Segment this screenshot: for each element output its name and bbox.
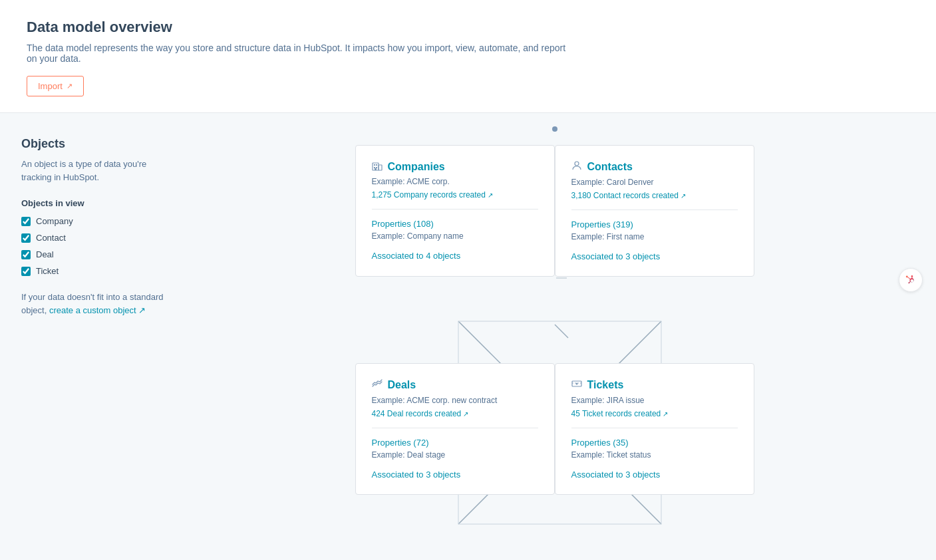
companies-properties-link[interactable]: Properties (108) <box>372 219 538 229</box>
svg-point-19 <box>575 383 577 385</box>
checkbox-company[interactable]: Company <box>21 216 165 226</box>
custom-object-ext-icon: ↗ <box>138 305 146 315</box>
building-icon <box>372 160 383 173</box>
checkbox-contact[interactable]: Contact <box>21 233 165 243</box>
companies-card: Companies Example: ACME corp. 1,275 Comp… <box>355 145 555 277</box>
companies-associated-link[interactable]: Associated to 4 objects <box>372 251 461 261</box>
tickets-example: Example: JIRA issue <box>571 396 738 405</box>
objects-in-view-label: Objects in view <box>21 198 165 208</box>
contact-label: Contact <box>36 233 66 243</box>
contacts-associated-link[interactable]: Associated to 3 objects <box>571 251 661 261</box>
svg-rect-13 <box>376 164 377 166</box>
external-link-icon: ↗ <box>67 82 73 90</box>
companies-header: Companies <box>372 160 538 173</box>
tickets-divider <box>571 428 738 428</box>
svg-rect-11 <box>379 165 382 170</box>
svg-rect-15 <box>376 167 377 168</box>
tickets-properties-link[interactable]: Properties (35) <box>571 438 738 448</box>
ticket-icon <box>571 378 582 392</box>
deals-divider <box>372 428 538 428</box>
grid-wrapper: Companies Example: ACME corp. 1,275 Comp… <box>355 145 754 495</box>
contact-checkbox[interactable] <box>21 233 31 243</box>
deals-card: Deals Example: ACME corp. new contract 4… <box>355 363 555 495</box>
handshake-icon <box>372 378 383 392</box>
import-button[interactable]: Import ↗ <box>27 76 84 96</box>
companies-example: Example: ACME corp. <box>372 177 538 186</box>
contacts-example: Example: Carol Denver <box>571 178 738 187</box>
tickets-title[interactable]: Tickets <box>587 379 624 391</box>
deals-header: Deals <box>372 378 538 392</box>
deals-records-ext-icon: ↗ <box>463 410 468 418</box>
companies-records-link[interactable]: 1,275 Company records created ↗ <box>372 190 493 200</box>
deal-label: Deal <box>36 249 54 259</box>
main-area: Objects An object is a type of data you'… <box>0 113 936 560</box>
tickets-properties-example: Example: Ticket status <box>571 450 738 460</box>
hubspot-logo <box>899 268 923 292</box>
deals-properties-example: Example: Deal stage <box>372 450 538 460</box>
svg-rect-12 <box>374 164 375 166</box>
companies-records-ext-icon: ↗ <box>488 192 493 199</box>
top-section: Data model overview The data model repre… <box>0 0 936 113</box>
deals-example: Example: ACME corp. new contract <box>372 396 538 405</box>
gap-left <box>355 277 542 363</box>
page-description: The data model represents the way you st… <box>27 43 572 64</box>
contacts-divider <box>571 210 738 210</box>
deals-title[interactable]: Deals <box>388 379 416 391</box>
company-checkbox[interactable] <box>21 217 31 226</box>
sidebar-title: Objects <box>21 137 165 151</box>
create-custom-object-link[interactable]: create a custom object ↗ <box>49 305 146 315</box>
cards-grid: Companies Example: ACME corp. 1,275 Comp… <box>355 145 754 495</box>
checkbox-ticket[interactable]: Ticket <box>21 266 165 276</box>
deal-checkbox[interactable] <box>21 250 31 259</box>
contacts-header: Contacts <box>571 160 738 174</box>
svg-rect-16 <box>375 168 377 170</box>
top-dot <box>552 126 557 132</box>
svg-rect-14 <box>374 167 375 168</box>
ticket-checkbox[interactable] <box>21 267 31 276</box>
tickets-records-link[interactable]: 45 Ticket records created ↗ <box>571 409 669 418</box>
deals-properties-link[interactable]: Properties (72) <box>372 438 538 448</box>
sidebar-description: An object is a type of data you're track… <box>21 158 165 184</box>
companies-divider <box>372 209 538 210</box>
contacts-properties-link[interactable]: Properties (319) <box>571 219 738 229</box>
custom-object-note: If your data doesn't fit into a standard… <box>21 291 165 317</box>
contacts-title[interactable]: Contacts <box>587 161 633 173</box>
person-icon <box>571 160 582 174</box>
svg-point-17 <box>575 162 579 166</box>
diagram-area: Companies Example: ACME corp. 1,275 Comp… <box>186 113 936 560</box>
companies-title[interactable]: Companies <box>388 161 445 173</box>
contacts-records-ext-icon: ↗ <box>681 192 686 200</box>
tickets-associated-link[interactable]: Associated to 3 objects <box>571 470 661 480</box>
checkbox-deal[interactable]: Deal <box>21 249 165 259</box>
contacts-records-link[interactable]: 3,180 Contact records created ↗ <box>571 191 686 200</box>
tickets-records-ext-icon: ↗ <box>663 410 668 418</box>
contacts-card: Contacts Example: Carol Denver 3,180 Con… <box>555 145 754 277</box>
deals-records-link[interactable]: 424 Deal records created ↗ <box>372 409 469 418</box>
tickets-card: Tickets Example: JIRA issue 45 Ticket re… <box>555 363 754 495</box>
contacts-properties-example: Example: First name <box>571 232 738 241</box>
ticket-label: Ticket <box>36 266 59 276</box>
deals-associated-link[interactable]: Associated to 3 objects <box>372 470 461 480</box>
companies-properties-example: Example: Company name <box>372 231 538 241</box>
gap-right <box>555 277 754 363</box>
sidebar: Objects An object is a type of data you'… <box>0 113 186 560</box>
company-label: Company <box>36 216 73 226</box>
tickets-header: Tickets <box>571 378 738 392</box>
page-title: Data model overview <box>27 19 909 36</box>
